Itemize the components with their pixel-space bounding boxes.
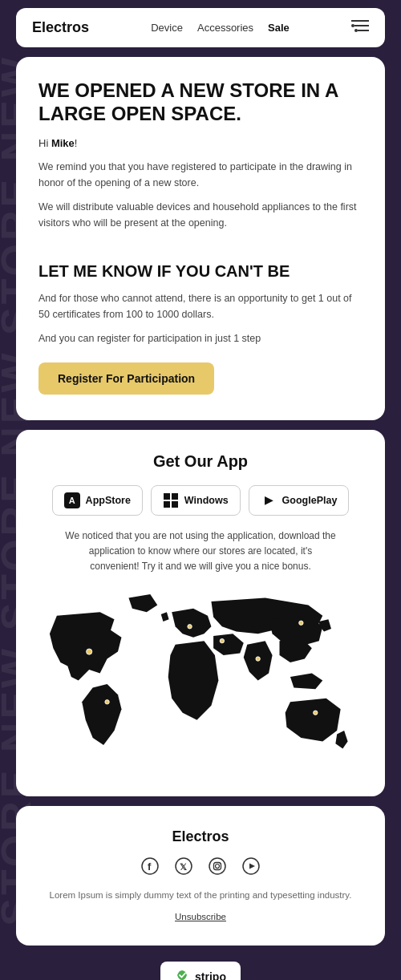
stripo-icon <box>175 968 189 980</box>
app-title: Get Our App <box>35 452 366 471</box>
svg-rect-5 <box>164 493 170 500</box>
youtube-icon[interactable] <box>240 855 262 877</box>
username: Mike <box>51 137 75 149</box>
svg-marker-25 <box>249 864 255 869</box>
app-description: We noticed that you are not using the ap… <box>64 528 337 575</box>
stripo-inner[interactable]: stripo <box>160 962 241 980</box>
svg-point-12 <box>256 657 260 661</box>
section1-title: WE OPENED A NEW STORE IN A LARGE OPEN SP… <box>38 79 363 126</box>
app-card: Get Our App A AppStore Windows ▶ <box>16 430 385 796</box>
appstore-button[interactable]: A AppStore <box>52 485 143 516</box>
svg-point-3 <box>351 24 354 27</box>
svg-text:f: f <box>148 861 152 873</box>
svg-point-11 <box>220 639 224 643</box>
register-button[interactable]: Register For Participation <box>38 362 214 395</box>
svg-rect-8 <box>172 501 178 508</box>
svg-point-20 <box>209 858 225 874</box>
facebook-icon[interactable]: f <box>139 855 161 877</box>
stripo-label: stripo <box>195 970 226 980</box>
section1-para1: We remind you that you have registered t… <box>38 159 363 191</box>
nav-accessories[interactable]: Accessories <box>197 22 253 34</box>
svg-point-14 <box>314 711 318 715</box>
navbar-links: Device Accessories Sale <box>151 22 290 34</box>
svg-point-15 <box>105 700 109 704</box>
twitter-icon[interactable]: 𝕏 <box>172 855 195 877</box>
social-icons: f 𝕏 <box>32 855 369 877</box>
section2-para1: And for those who cannot attend, there i… <box>38 290 363 322</box>
svg-point-22 <box>216 865 220 869</box>
nav-device[interactable]: Device <box>151 22 183 34</box>
nav-sale[interactable]: Sale <box>268 22 290 34</box>
navbar-logo: Electros <box>32 19 89 36</box>
instagram-icon[interactable] <box>206 855 229 877</box>
svg-rect-7 <box>164 501 170 508</box>
section2-title: LET ME KNOW IF YOU CAN'T BE <box>38 261 363 281</box>
footer-logo: Electros <box>32 828 369 845</box>
windows-icon <box>163 492 179 508</box>
footer-card: Electros f 𝕏 Lorem Ipsum is simply dummy… <box>16 806 385 946</box>
world-map <box>35 587 366 774</box>
appstore-icon: A <box>64 492 80 508</box>
unsubscribe-link[interactable]: Unsubscribe <box>175 912 226 921</box>
svg-point-4 <box>354 29 358 32</box>
windows-label: Windows <box>184 495 229 506</box>
footer-text: Lorem Ipsum is simply dummy text of the … <box>32 889 369 902</box>
filter-icon[interactable] <box>351 19 369 36</box>
app-buttons: A AppStore Windows ▶ GooglePlay <box>35 485 366 516</box>
googleplay-button[interactable]: ▶ GooglePlay <box>249 485 350 516</box>
section2-para2: And you can register for participation i… <box>38 330 363 346</box>
googleplay-icon: ▶ <box>261 492 277 508</box>
googleplay-label: GooglePlay <box>282 495 338 506</box>
svg-text:𝕏: 𝕏 <box>180 862 187 872</box>
svg-point-13 <box>299 621 303 625</box>
greeting: Hi Mike! <box>38 137 363 149</box>
navbar: Electros Device Accessories Sale <box>16 8 385 47</box>
section1-para2: We will distribute valuable devices and … <box>38 199 363 231</box>
appstore-label: AppStore <box>86 495 131 506</box>
stripo-badge: stripo <box>16 962 385 980</box>
svg-point-23 <box>220 863 221 865</box>
windows-button[interactable]: Windows <box>151 485 241 516</box>
svg-rect-6 <box>172 493 178 500</box>
svg-point-9 <box>87 649 92 654</box>
main-card: WE OPENED A NEW STORE IN A LARGE OPEN SP… <box>16 57 385 420</box>
svg-point-10 <box>188 625 192 629</box>
